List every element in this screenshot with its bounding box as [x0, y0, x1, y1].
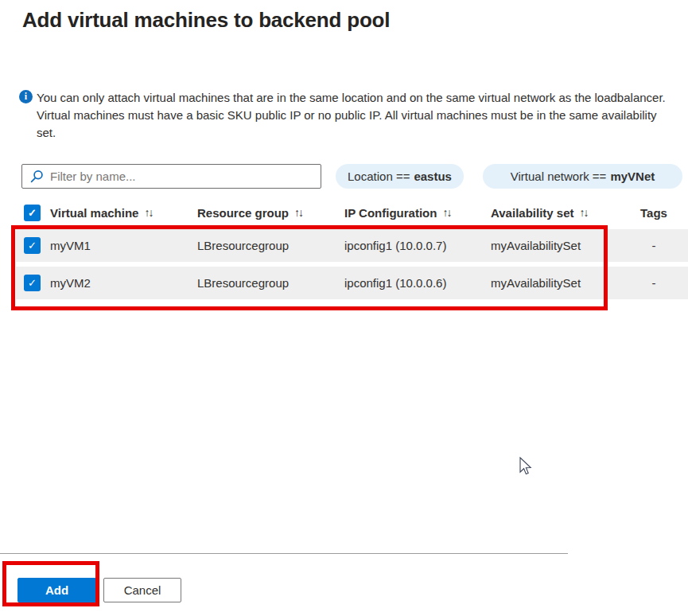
sort-icon: ↑↓: [294, 206, 304, 219]
checkmark-icon: ✓: [28, 278, 37, 288]
filter-search-box[interactable]: [21, 164, 321, 189]
cell-availability-set: myAvailabilitySet: [491, 276, 635, 290]
cell-virtual-machine: myVM2: [50, 276, 197, 290]
add-button[interactable]: Add: [17, 578, 96, 602]
cell-tags: -: [635, 239, 673, 252]
info-line-3: set.: [37, 124, 666, 142]
cell-resource-group: LBresourcegroup: [197, 276, 344, 290]
row-checkbox[interactable]: ✓: [24, 237, 41, 254]
column-header-tags: Tags: [635, 206, 673, 220]
select-all-checkbox[interactable]: ✓: [24, 205, 41, 221]
cell-resource-group: LBresourcegroup: [197, 239, 344, 252]
search-icon: [30, 170, 44, 183]
pill-value: eastus: [414, 170, 452, 183]
mouse-cursor: [519, 457, 533, 478]
column-header-virtual-machine[interactable]: Virtual machine ↑↓: [50, 206, 197, 220]
sort-icon: ↑↓: [442, 206, 452, 219]
sort-icon: ↑↓: [144, 206, 154, 219]
cell-ip-configuration: ipconfig1 (10.0.0.7): [344, 239, 491, 252]
info-icon: i: [19, 90, 33, 103]
table-row[interactable]: ✓ myVM2 LBresourcegroup ipconfig1 (10.0.…: [16, 267, 688, 299]
table-row[interactable]: ✓ myVM1 LBresourcegroup ipconfig1 (10.0.…: [16, 229, 688, 262]
search-input[interactable]: [50, 170, 314, 183]
info-line-2: Virtual machines must have a basic SKU p…: [37, 107, 666, 124]
row-checkbox[interactable]: ✓: [24, 275, 41, 291]
sort-icon: ↑↓: [580, 206, 589, 219]
filter-pill-location[interactable]: Location == eastus: [336, 164, 464, 189]
cell-virtual-machine: myVM1: [50, 239, 197, 252]
column-header-ip-configuration[interactable]: IP Configuration ↑↓: [344, 206, 491, 220]
page-title: Add virtual machines to backend pool: [22, 8, 390, 33]
footer-divider: [0, 553, 568, 554]
add-backend-pool-dialog: Add virtual machines to backend pool i Y…: [0, 0, 688, 616]
column-header-resource-group[interactable]: Resource group ↑↓: [197, 206, 344, 220]
info-banner: You can only attach virtual machines tha…: [37, 89, 666, 142]
checkmark-icon: ✓: [28, 208, 37, 218]
column-header-availability-set[interactable]: Availability set ↑↓: [491, 206, 635, 220]
info-line-1: You can only attach virtual machines tha…: [37, 89, 666, 107]
pill-value: myVNet: [610, 170, 655, 183]
cell-availability-set: myAvailabilitySet: [491, 239, 635, 252]
cancel-button[interactable]: Cancel: [103, 578, 181, 602]
cell-tags: -: [635, 276, 673, 290]
pill-label: Virtual network ==: [511, 170, 607, 183]
filter-pill-virtual-network[interactable]: Virtual network == myVNet: [483, 164, 682, 189]
cell-ip-configuration: ipconfig1 (10.0.0.6): [344, 276, 491, 290]
table-header: ✓ Virtual machine ↑↓ Resource group ↑↓ I…: [16, 199, 688, 226]
pill-label: Location ==: [348, 170, 410, 183]
checkmark-icon: ✓: [28, 240, 37, 251]
